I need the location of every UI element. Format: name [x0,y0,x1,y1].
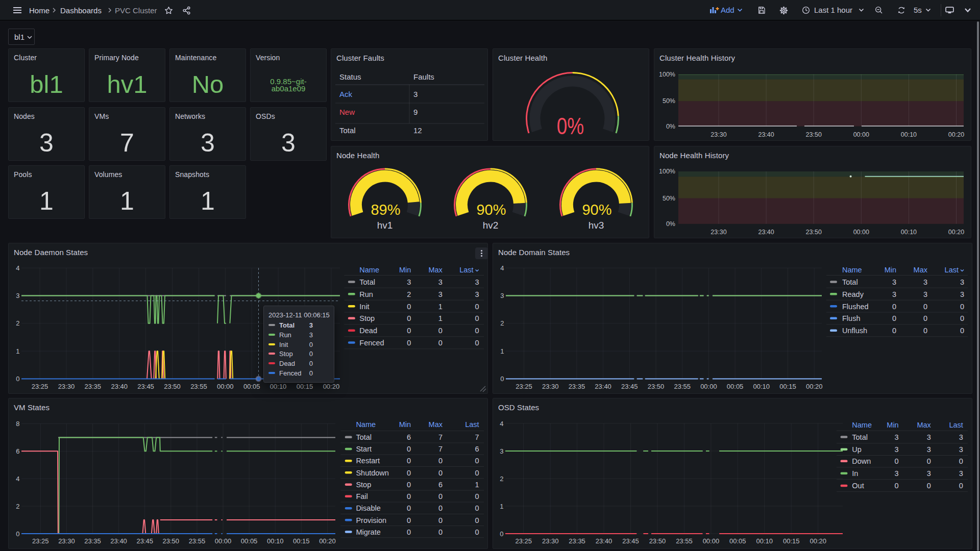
svg-text:1: 1 [475,481,479,489]
svg-text:Run: Run [359,290,373,298]
svg-text:00:00: 00:00 [700,383,717,390]
svg-text:0: 0 [407,339,411,347]
svg-text:Flushed: Flushed [842,303,869,311]
svg-text:23:30: 23:30 [710,229,726,236]
svg-text:4: 4 [16,475,19,483]
svg-text:0: 0 [438,516,443,524]
svg-text:4: 4 [500,264,504,272]
svg-text:Max: Max [917,421,931,429]
svg-text:0: 0 [438,457,443,465]
svg-text:23:30: 23:30 [710,131,726,138]
svg-text:Total: Total [359,278,375,286]
svg-text:23:40: 23:40 [758,131,774,138]
svg-text:0: 0 [475,516,479,524]
svg-text:1: 1 [438,314,443,322]
svg-text:4: 4 [500,420,503,428]
svg-text:00:15: 00:15 [297,383,313,390]
svg-text:0: 0 [475,339,479,347]
svg-text:23:50: 23:50 [164,383,181,390]
svg-text:New: New [339,108,355,116]
svg-text:3: 3 [895,469,899,478]
svg-text:23:55: 23:55 [190,383,207,390]
svg-text:4: 4 [16,264,19,272]
svg-text:Total: Total [852,433,868,441]
svg-text:2: 2 [500,475,503,483]
svg-text:23:50: 23:50 [163,537,180,545]
svg-text:Last: Last [459,266,473,274]
svg-text:0: 0 [895,457,899,465]
svg-text:Fail: Fail [356,492,368,500]
svg-text:Name: Name [359,266,379,274]
svg-text:0: 0 [475,457,479,465]
svg-text:100%: 100% [659,168,675,175]
svg-text:3: 3 [438,290,443,298]
svg-text:Flush: Flush [842,314,860,322]
svg-text:Last: Last [945,266,959,274]
svg-text:Stop: Stop [356,481,371,489]
svg-text:3: 3 [438,278,443,286]
svg-text:23:45: 23:45 [621,383,638,390]
svg-text:3: 3 [923,278,927,286]
svg-text:Min: Min [887,421,898,429]
svg-text:00:20: 00:20 [948,131,964,138]
svg-text:00:00: 00:00 [853,229,869,236]
svg-text:0: 0 [475,504,479,512]
svg-text:Min: Min [885,266,896,274]
svg-text:23:25: 23:25 [32,383,48,390]
svg-text:00:20: 00:20 [806,383,823,390]
svg-text:0: 0 [407,492,411,500]
svg-text:Last: Last [465,420,479,429]
svg-text:23:55: 23:55 [676,537,693,545]
svg-text:0: 0 [16,530,19,538]
svg-text:0: 0 [407,445,411,453]
svg-text:3: 3 [927,445,931,454]
svg-text:23:25: 23:25 [32,537,49,545]
svg-text:6: 6 [407,433,411,441]
svg-text:23:50: 23:50 [806,131,822,138]
svg-text:23:25: 23:25 [515,537,532,545]
svg-text:Out: Out [852,482,864,490]
svg-text:Ready: Ready [842,290,864,298]
svg-text:00:20: 00:20 [948,229,964,236]
svg-text:Last: Last [949,421,963,429]
svg-text:0: 0 [892,314,896,322]
svg-text:3: 3 [413,90,418,98]
svg-text:0: 0 [407,303,411,311]
svg-text:00:15: 00:15 [783,537,800,545]
svg-text:3: 3 [960,278,964,286]
svg-text:Fenced: Fenced [359,339,384,347]
svg-text:00:00: 00:00 [217,383,234,390]
svg-text:50%: 50% [663,195,675,202]
svg-text:Shutdown: Shutdown [356,469,389,477]
svg-text:00:20: 00:20 [319,537,336,545]
svg-text:00:00: 00:00 [215,537,232,545]
svg-text:3: 3 [500,447,503,455]
svg-text:00:00: 00:00 [703,537,720,545]
svg-text:23:30: 23:30 [542,537,559,545]
svg-text:1: 1 [438,303,443,311]
svg-text:3: 3 [959,445,963,454]
svg-text:90%: 90% [582,201,612,218]
svg-text:00:10: 00:10 [267,537,284,545]
svg-text:Status: Status [339,72,361,81]
svg-text:00:10: 00:10 [901,131,917,138]
svg-text:23:30: 23:30 [58,383,75,390]
svg-text:Disable: Disable [356,504,380,512]
svg-text:00:20: 00:20 [810,537,826,545]
svg-text:23:45: 23:45 [622,537,639,545]
svg-text:Start: Start [356,445,372,453]
svg-text:2: 2 [407,290,411,298]
svg-text:0: 0 [438,469,443,477]
svg-text:3: 3 [475,278,479,286]
svg-text:23:30: 23:30 [58,537,75,545]
svg-text:23:50: 23:50 [806,229,822,236]
svg-text:0: 0 [923,314,927,322]
svg-text:0: 0 [475,314,479,322]
svg-text:0: 0 [407,457,411,465]
svg-text:3: 3 [895,433,899,441]
svg-text:0: 0 [959,457,963,465]
svg-text:7: 7 [438,445,443,453]
svg-text:Name: Name [842,266,862,274]
svg-text:0: 0 [407,504,411,512]
svg-text:90%: 90% [477,201,506,218]
